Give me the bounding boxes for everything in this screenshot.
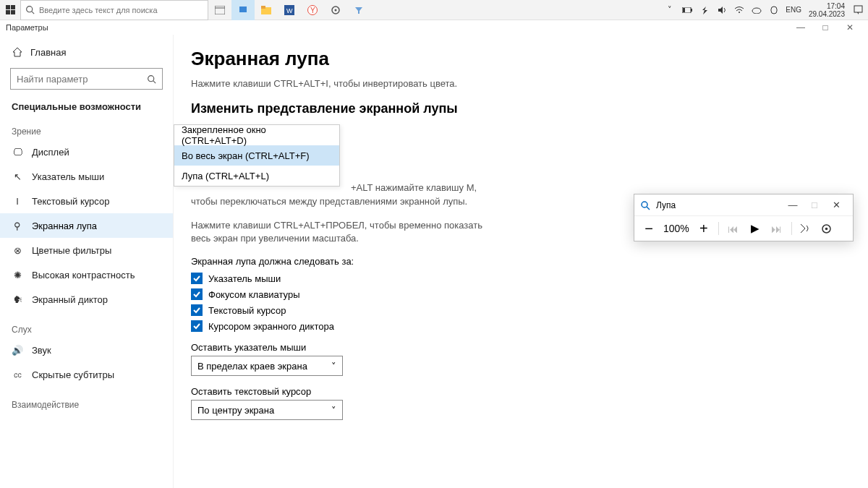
sidebar-item-display[interactable]: 🖵Дисплей [0,140,173,164]
svg-point-21 [752,8,761,14]
svg-point-16 [335,9,337,11]
sidebar-home[interactable]: Главная [0,39,173,65]
next-button[interactable]: ⏭ [770,223,784,235]
magnifier-app-icon [640,200,652,210]
wifi-icon[interactable] [732,3,746,17]
maximize-button[interactable]: □ [813,22,838,33]
volume-icon[interactable] [715,3,729,17]
sidebar-item-sound[interactable]: 🔊Звук [0,338,173,362]
follow-narrator-checkbox[interactable]: Курсором экранного диктора [191,320,851,332]
svg-rect-22 [771,7,777,14]
preview-hint: Нажмите клавиши CTRL+ALT+ПРОБЕЛ, чтобы в… [191,219,495,247]
sidebar-search[interactable] [10,68,163,90]
zoom-level: 100% [663,223,689,234]
sidebar-item-label: Экранная лупа [32,221,97,231]
taskbar-app-icons: W Y [208,0,370,20]
svg-rect-1 [11,5,15,9]
magnifier-tool-window[interactable]: Лупа — □ ✕ − 100% + ⏮ ▶ ⏭ [634,194,854,241]
settings-button[interactable] [821,223,835,234]
sidebar-item-captions[interactable]: ㏄Скрытые субтитры [0,362,173,387]
mouse-icon[interactable] [767,3,781,17]
svg-rect-10 [261,6,265,9]
follow-mouse-checkbox[interactable]: Указатель мыши [191,273,851,284]
contrast-icon: ✺ [12,270,23,281]
svg-rect-6 [215,6,225,14]
battery-icon[interactable] [680,3,694,17]
sidebar-group-vision: Зрение [0,114,173,140]
search-icon [147,74,156,84]
checkbox-checked-icon [191,288,203,300]
sidebar-item-pointer[interactable]: ↖Указатель мыши [0,164,173,189]
taskbar-search-input[interactable] [39,6,203,14]
magnifier-title-text: Лупа [656,200,676,210]
view-dropdown-list[interactable]: Закрепленное окно (CTRL+ALT+D) Во весь э… [174,124,340,187]
app-title: Параметры [6,23,48,32]
sidebar-item-textcursor[interactable]: IТекстовый курсор [0,189,173,213]
taskbar-clock[interactable]: 17:04 29.04.2023 [806,2,848,18]
checkbox-label: Указатель мыши [208,273,281,284]
close-button[interactable]: ✕ [838,22,862,33]
play-button[interactable]: ▶ [748,222,762,235]
prev-button[interactable]: ⏮ [726,223,741,235]
follow-keyboard-checkbox[interactable]: Фокусом клавиатуры [191,288,851,300]
sidebar-item-narrator[interactable]: 🗣Экранный диктор [0,287,173,312]
view-option-lens[interactable]: Лупа (CTRL+ALT+L) [174,166,339,186]
invert-hint: Нажмите клавиши CTRL+ALT+I, чтобы инверт… [191,77,495,91]
svg-line-27 [647,207,650,210]
view-option-fullscreen[interactable]: Во весь экран (CTRL+ALT+F) [174,145,339,166]
chevron-up-icon[interactable]: ˅ [663,3,677,17]
magnifier-taskbar-icon[interactable] [231,0,255,20]
sidebar-home-label: Главная [30,47,66,58]
sidebar-item-label: Дисплей [32,147,69,158]
keep-mouse-combo[interactable]: В пределах краев экрана˅ [191,356,343,376]
magnifier-icon: ⚲ [12,221,23,231]
onedrive-icon[interactable] [749,3,764,17]
minimize-button[interactable]: — [788,22,813,33]
display-icon: 🖵 [12,147,23,158]
magnifier-titlebar[interactable]: Лупа — □ ✕ [634,194,853,216]
start-button[interactable] [0,0,20,20]
svg-rect-8 [239,7,247,12]
text-cursor-icon: I [12,196,23,207]
lang-indicator[interactable]: ENG [784,3,803,17]
svg-point-4 [27,7,33,12]
svg-text:W: W [286,7,293,14]
follow-textcursor-checkbox[interactable]: Текстовый курсор [191,304,851,316]
plug-icon[interactable] [697,3,712,17]
keep-cursor-label: Оставить текстовый курсор [191,386,851,397]
sidebar-search-input[interactable] [17,74,147,85]
sidebar-item-magnifier[interactable]: ⚲Экранная лупа [0,213,173,238]
view-option-docked[interactable]: Закрепленное окно (CTRL+ALT+D) [174,125,339,145]
sidebar-item-label: Высокая контрастность [32,270,135,281]
sidebar-item-label: Звук [32,345,51,356]
filter-icon[interactable] [347,0,370,20]
sidebar-item-colorfilters[interactable]: ⊗Цветные фильтры [0,238,173,262]
keep-cursor-combo[interactable]: По центру экрана˅ [191,400,343,420]
word-icon[interactable]: W [278,0,301,20]
explorer-icon[interactable] [255,0,278,20]
combo-value: По центру экрана [197,405,274,416]
svg-point-26 [642,202,647,207]
taskbar: W Y ˅ ENG 17:04 29.04.2023 [0,0,868,20]
notifications-icon[interactable] [851,3,865,17]
checkbox-checked-icon [191,320,203,332]
zoom-out-button[interactable]: − [642,221,656,237]
sidebar-item-label: Цветные фильтры [32,245,111,256]
search-icon [25,5,35,14]
svg-rect-23 [854,6,862,12]
separator [791,222,792,235]
taskbar-search[interactable] [20,0,208,20]
settings-taskbar-icon[interactable] [324,0,347,20]
magnifier-minimize-button[interactable]: — [782,200,804,210]
magnifier-close-button[interactable]: ✕ [825,200,847,210]
yandex-icon[interactable]: Y [301,0,324,20]
read-aloud-button[interactable] [799,223,814,234]
magnifier-maximize-button[interactable]: □ [804,200,825,210]
clock-time: 17:04 [827,2,845,10]
sidebar-item-highcontrast[interactable]: ✺Высокая контрастность [0,262,173,287]
sidebar-item-label: Указатель мыши [32,171,104,182]
checkbox-label: Текстовый курсор [208,305,286,316]
zoom-in-button[interactable]: + [697,221,711,237]
cursor-icon: ↖ [12,171,23,182]
task-view-icon[interactable] [208,0,231,20]
